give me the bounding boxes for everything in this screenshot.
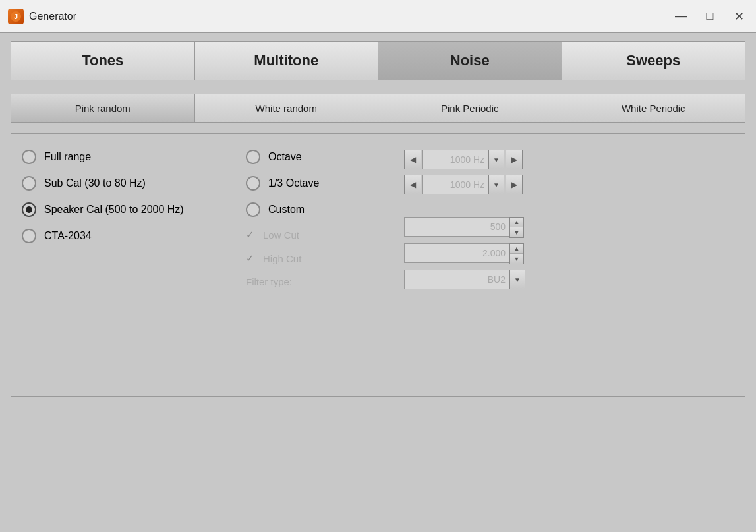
octave-freq-right-btn[interactable]: ▶ — [506, 150, 523, 169]
third-octave-freq-dropdown-arrow[interactable]: ▼ — [488, 175, 504, 194]
high-cut-spin-up[interactable]: ▲ — [510, 244, 523, 254]
panel-content-row: Full range Sub Cal (30 to 80 Hz) Speaker… — [22, 144, 734, 289]
radio-circle-octave — [246, 150, 260, 164]
low-cut-row: ✓ Low Cut — [246, 229, 404, 241]
svg-text:J: J — [14, 13, 18, 20]
subtab-white-periodic[interactable]: White Periodic — [562, 94, 745, 122]
main-tabs: Tones Multitone Noise Sweeps — [11, 41, 745, 80]
third-octave-freq-row: ◀ 1000 Hz ▼ ▶ — [404, 175, 734, 194]
third-octave-freq-left-btn[interactable]: ◀ — [404, 175, 421, 194]
subtab-pink-periodic[interactable]: Pink Periodic — [378, 94, 562, 122]
octave-freq-left-btn[interactable]: ◀ — [404, 150, 421, 169]
low-cut-label: Low Cut — [263, 229, 309, 241]
filter-type-dropdown-arrow[interactable]: ▼ — [509, 270, 525, 289]
radio-circle-cta-2034 — [22, 229, 36, 243]
window-title: Generator — [29, 11, 76, 22]
radio-speaker-cal[interactable]: Speaker Cal (500 to 2000 Hz) — [22, 202, 246, 217]
octave-freq-row: ◀ 1000 Hz ▼ ▶ — [404, 150, 734, 169]
tab-noise[interactable]: Noise — [378, 41, 562, 80]
tab-tones[interactable]: Tones — [11, 41, 194, 80]
low-cut-input-wrap: 500 ▲ ▼ — [404, 217, 734, 238]
maximize-button[interactable]: □ — [701, 7, 719, 26]
radio-circle-full-range — [22, 150, 36, 164]
app-icon: J — [8, 9, 24, 24]
third-octave-freq-input: 1000 Hz — [422, 175, 488, 194]
filter-type-label-row: Filter type: — [246, 276, 404, 287]
high-cut-label: High Cut — [263, 253, 309, 264]
spacer — [404, 200, 734, 212]
filter-type-label: Filter type: — [246, 276, 308, 287]
low-cut-spinners: ▲ ▼ — [509, 217, 524, 238]
high-cut-spinners: ▲ ▼ — [509, 243, 524, 264]
low-cut-value[interactable]: 500 — [404, 217, 509, 237]
octave-freq-dropdown-arrow[interactable]: ▼ — [488, 150, 504, 169]
octave-freq-dropdown: 1000 Hz ▼ — [422, 150, 504, 169]
tab-sweeps[interactable]: Sweeps — [562, 41, 746, 80]
main-content: Tones Multitone Noise Sweeps Pink random… — [0, 33, 756, 532]
high-cut-spin-down[interactable]: ▼ — [510, 254, 523, 264]
third-octave-freq-right-btn[interactable]: ▶ — [506, 175, 523, 194]
high-cut-value[interactable]: 2.000 — [404, 243, 509, 263]
octave-freq-input: 1000 Hz — [422, 150, 488, 169]
radio-full-range[interactable]: Full range — [22, 150, 246, 164]
radio-circle-speaker-cal — [22, 202, 36, 217]
low-cut-spin-up[interactable]: ▲ — [510, 218, 523, 227]
filter-type-options: Octave 1/3 Octave Custom ✓ Low Cut ✓ — [246, 144, 404, 287]
high-cut-row: ✓ High Cut — [246, 252, 404, 264]
noise-panel: Full range Sub Cal (30 to 80 Hz) Speaker… — [11, 133, 745, 397]
third-octave-freq-dropdown: 1000 Hz ▼ — [422, 175, 504, 194]
filter-type-select-wrap: BU2 ▼ — [404, 270, 734, 289]
tab-multitone[interactable]: Multitone — [194, 41, 378, 80]
filter-type-value[interactable]: BU2 — [404, 270, 509, 289]
radio-custom[interactable]: Custom — [246, 202, 404, 217]
close-button[interactable]: ✕ — [730, 7, 748, 26]
radio-third-octave[interactable]: 1/3 Octave — [246, 176, 404, 191]
radio-circle-sub-cal — [22, 176, 36, 191]
subtab-white-random[interactable]: White random — [195, 94, 379, 122]
range-options: Full range Sub Cal (30 to 80 Hz) Speaker… — [22, 144, 246, 243]
noise-subtabs: Pink random White random Pink Periodic W… — [11, 94, 745, 123]
low-cut-spin-down[interactable]: ▼ — [510, 227, 523, 237]
radio-sub-cal[interactable]: Sub Cal (30 to 80 Hz) — [22, 176, 246, 191]
low-cut-check-icon: ✓ — [246, 229, 259, 241]
radio-circle-custom — [246, 202, 260, 217]
high-cut-check-icon: ✓ — [246, 252, 259, 264]
radio-circle-third-octave — [246, 176, 260, 191]
radio-cta-2034[interactable]: CTA-2034 — [22, 229, 246, 243]
subtab-pink-random[interactable]: Pink random — [11, 94, 195, 122]
minimize-button[interactable]: — — [672, 7, 690, 26]
titlebar: J Generator — □ ✕ — [0, 0, 756, 33]
radio-octave[interactable]: Octave — [246, 150, 404, 164]
right-controls: ◀ 1000 Hz ▼ ▶ ◀ 1000 Hz — [404, 144, 734, 289]
high-cut-input-wrap: 2.000 ▲ ▼ — [404, 243, 734, 264]
window-controls: — □ ✕ — [672, 7, 748, 26]
